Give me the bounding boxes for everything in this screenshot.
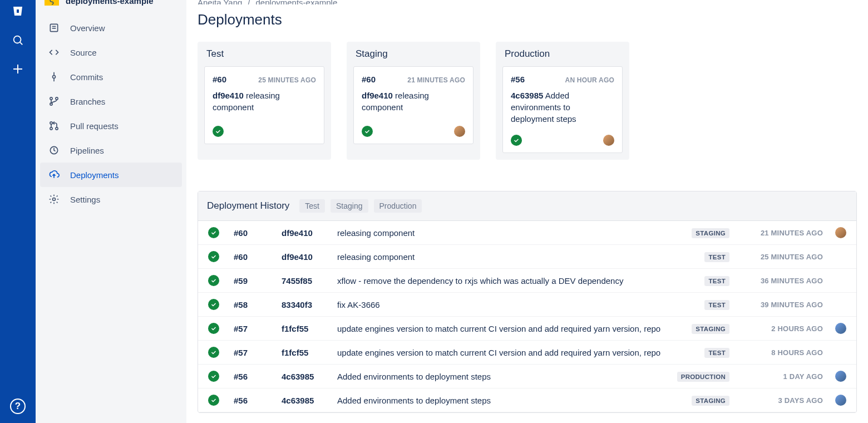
commit-hash: f1fcf55: [282, 348, 337, 357]
deploy-relative-time: 3 DAYS AGO: [739, 396, 823, 405]
svg-point-8: [53, 76, 56, 78]
commit-summary: df9e410 releasing component: [362, 90, 465, 113]
breadcrumb-repo[interactable]: deployments-example: [256, 0, 338, 4]
help-icon[interactable]: ?: [10, 399, 26, 414]
sidebar-item-label: Pipelines: [70, 146, 104, 155]
build-number: #57: [234, 324, 282, 333]
status-success-icon: [208, 347, 219, 358]
environment-cards: Test #60 25 MINUTES AGO df9e410 releasin…: [198, 42, 857, 160]
commits-icon: [48, 71, 60, 83]
build-number: #60: [213, 75, 226, 84]
commit-hash: f1fcf55: [282, 324, 337, 333]
environment-tag: STAGING: [692, 228, 729, 238]
status-success-icon: [208, 227, 219, 238]
breadcrumb: Aneita Yang / deployments-example: [198, 0, 857, 4]
commit-message: update engines version to match current …: [337, 324, 673, 333]
commit-message: releasing component: [337, 228, 673, 238]
history-row[interactable]: #56 4c63985 Added environments to deploy…: [198, 388, 856, 412]
deployer-avatar[interactable]: [835, 323, 846, 334]
history-row[interactable]: #58 83340f3 fix AK-3666 TEST 39 MINUTES …: [198, 293, 856, 317]
history-filter-chip[interactable]: Staging: [331, 199, 368, 213]
history-row[interactable]: #60 df9e410 releasing component STAGING …: [198, 221, 856, 245]
pull-request-icon: [48, 120, 60, 132]
create-icon[interactable]: [7, 58, 29, 80]
sidebar-item-label: Settings: [70, 195, 100, 204]
environment-card-body: #60 21 MINUTES AGO df9e410 releasing com…: [353, 66, 474, 144]
sidebar-item-branches[interactable]: Branches: [40, 89, 182, 114]
sidebar-item-deployments[interactable]: Deployments: [40, 163, 182, 187]
build-number: #57: [234, 348, 282, 357]
history-row[interactable]: #60 df9e410 releasing component TEST 25 …: [198, 245, 856, 269]
commit-hash: 4c63985: [282, 396, 337, 405]
pipelines-icon: [48, 144, 60, 156]
history-row[interactable]: #57 f1fcf55 update engines version to ma…: [198, 317, 856, 341]
deploy-relative-time: 1 DAY AGO: [739, 372, 823, 381]
sidebar-item-label: Branches: [70, 97, 105, 106]
deploy-relative-time: 25 MINUTES AGO: [739, 253, 823, 261]
deployment-history: Deployment History TestStagingProduction…: [198, 191, 857, 413]
deploy-relative-time: 8 HOURS AGO: [739, 348, 823, 357]
status-success-icon: [208, 251, 219, 262]
sidebar-item-source[interactable]: Source: [40, 40, 182, 65]
commit-hash: 4c63985: [282, 372, 337, 381]
history-filter-chip[interactable]: Production: [374, 199, 422, 213]
deployer-avatar[interactable]: [835, 227, 846, 238]
deployer-avatar[interactable]: [835, 395, 846, 406]
build-number: #60: [234, 252, 282, 262]
project-header[interactable]: deployments-example: [36, 0, 186, 6]
sidebar-item-overview[interactable]: Overview: [40, 16, 182, 40]
commit-message: Added environments to deployment steps: [337, 396, 673, 405]
bitbucket-logo-icon[interactable]: [7, 0, 29, 22]
sidebar-item-commits[interactable]: Commits: [40, 65, 182, 89]
main-content: Aneita Yang / deployments-example Deploy…: [186, 0, 868, 423]
deploy-relative-time: AN HOUR AGO: [565, 76, 614, 84]
status-success-icon: [208, 395, 219, 406]
search-icon[interactable]: [7, 29, 29, 51]
environment-name: Staging: [353, 48, 474, 60]
history-header: Deployment History TestStagingProduction: [198, 191, 856, 221]
project-icon: [45, 0, 59, 6]
sidebar: deployments-example Overview Source Comm…: [36, 0, 186, 423]
build-number: #60: [234, 228, 282, 238]
commit-hash: df9e410: [282, 252, 337, 262]
commit-message: update engines version to match current …: [337, 348, 673, 357]
deployer-avatar[interactable]: [603, 135, 614, 146]
svg-point-16: [56, 127, 58, 130]
history-row[interactable]: #56 4c63985 Added environments to deploy…: [198, 365, 856, 388]
commit-message: releasing component: [337, 252, 673, 262]
history-row[interactable]: #57 f1fcf55 update engines version to ma…: [198, 341, 856, 365]
environment-tag: TEST: [704, 252, 729, 262]
svg-point-12: [56, 97, 58, 100]
deployer-avatar[interactable]: [454, 126, 465, 137]
svg-point-15: [50, 127, 52, 130]
sidebar-item-pipelines[interactable]: Pipelines: [40, 138, 182, 163]
environment-tag: TEST: [704, 348, 729, 358]
sidebar-item-label: Source: [70, 48, 97, 57]
sidebar-item-pull-requests[interactable]: Pull requests: [40, 114, 182, 138]
sidebar-item-settings[interactable]: Settings: [40, 187, 182, 212]
global-rail: ?: [0, 0, 36, 423]
history-title: Deployment History: [207, 200, 289, 212]
commit-hash: 7455f85: [282, 276, 337, 286]
history-filter-chip[interactable]: Test: [299, 199, 325, 213]
status-success-icon: [511, 135, 522, 146]
build-number: #56: [511, 75, 525, 84]
deployer-avatar[interactable]: [835, 371, 846, 382]
sidebar-item-label: Overview: [70, 23, 105, 33]
deploy-relative-time: 21 MINUTES AGO: [739, 229, 823, 237]
history-row[interactable]: #59 7455f85 xflow - remove the dependenc…: [198, 269, 856, 293]
commit-hash: 83340f3: [282, 300, 337, 309]
breadcrumb-owner[interactable]: Aneita Yang: [198, 0, 242, 4]
deploy-relative-time: 21 MINUTES AGO: [407, 76, 465, 84]
sidebar-item-label: Commits: [70, 72, 103, 82]
status-success-icon: [208, 275, 219, 286]
environment-name: Production: [502, 48, 623, 60]
deployments-icon: [48, 169, 60, 181]
environment-card[interactable]: Production #56 AN HOUR AGO 4c63985 Added…: [496, 42, 629, 160]
commit-summary: df9e410 releasing component: [213, 90, 316, 113]
deploy-relative-time: 39 MINUTES AGO: [739, 301, 823, 309]
environment-card[interactable]: Test #60 25 MINUTES AGO df9e410 releasin…: [198, 42, 331, 160]
environment-card[interactable]: Staging #60 21 MINUTES AGO df9e410 relea…: [347, 42, 480, 160]
commit-message: xflow - remove the dependency to rxjs wh…: [337, 276, 673, 286]
build-number: #56: [234, 372, 282, 381]
